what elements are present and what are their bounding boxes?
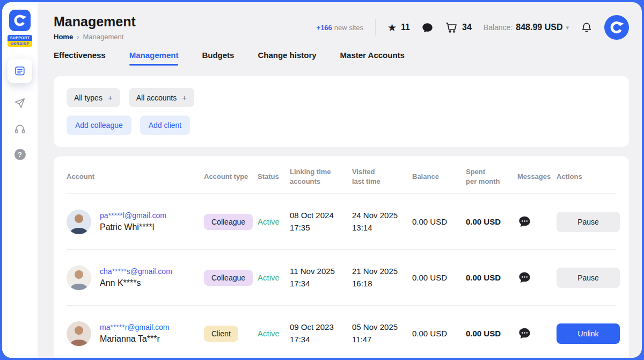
filters-panel: All types + All accounts + Add colleague…	[54, 76, 629, 147]
tab-master-accounts[interactable]: Master Accounts	[340, 51, 405, 66]
user-avatar[interactable]	[604, 15, 629, 40]
main-content: Management Home › Management +166new sit…	[38, 2, 642, 358]
account-name: Marianna Ta***r	[100, 334, 169, 344]
unlink-button[interactable]: Unlink	[557, 323, 620, 344]
chat-icon	[422, 22, 433, 33]
visited-time: 11:47	[352, 334, 412, 346]
linking-time: 17:34	[290, 278, 352, 290]
linking-time: 17:34	[290, 334, 352, 346]
tab-change-history[interactable]: Change history	[258, 51, 316, 66]
sidebar-item-support[interactable]	[14, 123, 26, 135]
account-type-cell: Colleague	[204, 270, 258, 286]
linking-date: 09 Oct 2023	[290, 321, 352, 334]
account-email[interactable]: pa*****l@gmail.com	[100, 211, 166, 220]
row-avatar	[67, 210, 91, 234]
visited-cell: 24 Nov 2025 13:14	[352, 210, 412, 234]
message-button[interactable]	[517, 326, 532, 341]
avatar-photo-icon	[67, 321, 91, 346]
col-actions: Actions	[557, 172, 620, 182]
feed-icon	[14, 65, 26, 77]
status-badge: Active	[258, 273, 290, 282]
balance-label: Balance:	[484, 23, 513, 32]
visited-cell: 05 Nov 2025 11:47	[352, 321, 412, 345]
sidebar-nav: ?	[8, 59, 32, 160]
pause-button[interactable]: Pause	[557, 212, 620, 232]
spent-cell: 0.00 USD	[466, 217, 517, 226]
linking-date: 11 Nov 2025	[290, 265, 352, 278]
add-colleague-button[interactable]: Add colleague	[67, 116, 131, 135]
tab-bar: Effectiveness Management Budgets Change …	[54, 51, 629, 66]
favorites-count: 11	[401, 23, 410, 32]
tab-effectiveness[interactable]: Effectiveness	[54, 51, 106, 66]
c-arrow-logo-icon	[13, 13, 27, 27]
balance-cell: 0.00 USD	[412, 217, 466, 226]
accounts-table: Account Account type Status Linking time…	[54, 156, 629, 358]
breadcrumb-home[interactable]: Home	[54, 33, 73, 41]
pause-button[interactable]: Pause	[557, 268, 620, 288]
filter-all-accounts[interactable]: All accounts +	[129, 88, 194, 107]
linking-time-cell: 11 Nov 2025 17:34	[290, 265, 352, 290]
star-icon: ★	[387, 23, 397, 33]
col-account: Account	[67, 172, 204, 182]
account-cell: cha*****s@gmail.com Ann K****s	[67, 265, 204, 290]
sidebar-item-messages[interactable]	[14, 97, 26, 109]
sidebar-item-management[interactable]	[8, 59, 32, 83]
account-name: Ann K****s	[100, 278, 172, 288]
new-sites-label: new sites	[334, 24, 363, 32]
visited-cell: 21 Nov 2025 16:18	[352, 265, 412, 290]
visited-date: 24 Nov 2025	[352, 210, 412, 222]
send-icon	[14, 97, 26, 109]
messages-cell	[517, 214, 557, 229]
col-linking-time: Linking time accounts	[290, 167, 352, 186]
bell-icon	[581, 21, 592, 33]
account-email[interactable]: cha*****s@gmail.com	[100, 267, 172, 276]
chat-button[interactable]	[422, 22, 433, 33]
cart-button[interactable]: 34	[445, 21, 472, 34]
account-email[interactable]: ma*****r@gmail.com	[100, 323, 169, 332]
support-badge-top: SUPPORT	[8, 35, 32, 41]
favorites-button[interactable]: ★ 11	[387, 23, 410, 33]
account-cell: ma*****r@gmail.com Marianna Ta***r	[67, 321, 204, 346]
new-sites-link[interactable]: +166new sites	[317, 24, 364, 32]
chevron-down-icon: ▾	[566, 24, 569, 31]
avatar-photo-icon	[67, 265, 91, 290]
cart-count: 34	[462, 23, 472, 32]
col-status: Status	[258, 172, 290, 182]
row-avatar	[67, 265, 91, 290]
message-button[interactable]	[517, 214, 532, 229]
title-block: Management Home › Management	[54, 14, 136, 41]
message-bubble-icon	[517, 214, 532, 229]
app-window: SUPPORT UKRAINE	[2, 2, 642, 358]
message-button[interactable]	[517, 270, 532, 285]
visited-date: 05 Nov 2025	[352, 321, 412, 334]
account-type-badge: Colleague	[204, 270, 253, 286]
account-type-badge: Client	[204, 326, 238, 342]
plus-icon: +	[182, 93, 187, 102]
spent-cell: 0.00 USD	[466, 273, 517, 282]
filter-all-types[interactable]: All types +	[67, 88, 120, 107]
col-account-type: Account type	[204, 172, 258, 182]
balance-value: 848.99 USD	[516, 23, 562, 32]
linking-date: 08 Oct 2024	[290, 210, 352, 222]
add-buttons: Add colleague Add client	[67, 116, 616, 135]
brand-logo[interactable]	[9, 10, 31, 31]
breadcrumb: Home › Management	[54, 33, 136, 41]
filter-all-types-label: All types	[74, 93, 103, 102]
add-client-button[interactable]: Add client	[140, 116, 190, 135]
tab-budgets[interactable]: Budgets	[202, 51, 234, 66]
support-badge-bottom: UKRAINE	[8, 41, 32, 47]
page-title: Management	[54, 14, 136, 30]
support-ukraine-badge: SUPPORT UKRAINE	[8, 35, 32, 47]
sidebar: SUPPORT UKRAINE	[2, 2, 38, 358]
balance-dropdown[interactable]: Balance: 848.99 USD ▾	[484, 23, 569, 32]
breadcrumb-separator: ›	[77, 33, 79, 41]
notifications-button[interactable]	[581, 21, 592, 33]
sidebar-item-help[interactable]: ?	[14, 149, 26, 160]
linking-time: 17:35	[290, 222, 352, 234]
filter-all-accounts-label: All accounts	[136, 93, 177, 102]
tab-management[interactable]: Management	[129, 51, 179, 66]
actions-cell: Pause	[557, 212, 620, 232]
balance-cell: 0.00 USD	[412, 329, 466, 338]
table-row: cha*****s@gmail.com Ann K****s Colleague…	[67, 249, 616, 305]
support-headset-icon	[14, 123, 26, 135]
